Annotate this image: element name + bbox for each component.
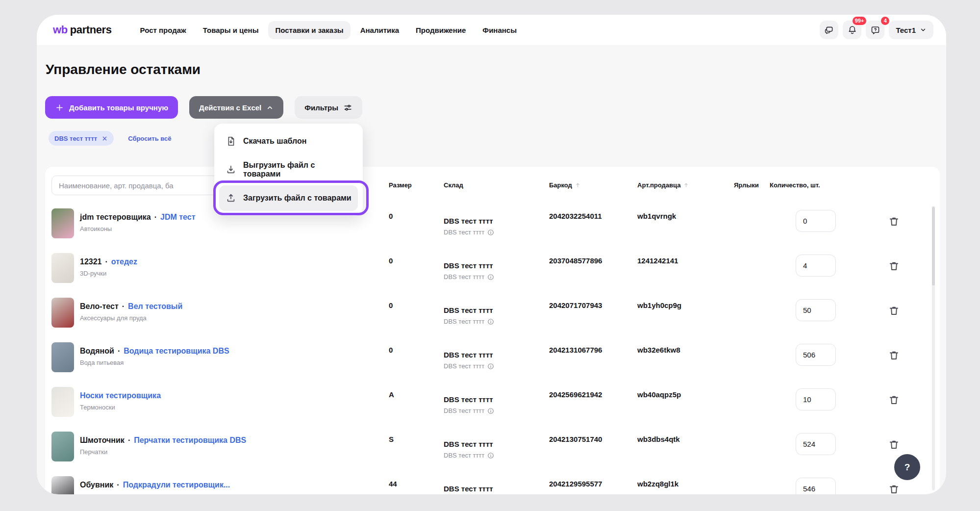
header-right-cluster: 99+ 4 Тест1 [820, 21, 933, 39]
filter-chip[interactable]: DBS тест тттт [49, 131, 114, 146]
warehouse-sub: DBS тест тттт [444, 273, 494, 281]
support-button[interactable]: 4 [866, 21, 884, 39]
table-row: ·Носки тестировщика Термоноски A DBS тес… [45, 384, 940, 429]
nav-item[interactable]: Продвижение [409, 21, 473, 39]
top-nav-bar: wbpartners Рост продаж Товары и цены Пос… [37, 15, 946, 45]
account-menu-button[interactable]: Тест1 [889, 21, 933, 39]
notifications-button[interactable]: 99+ [843, 21, 861, 39]
excel-menu-item[interactable]: Выгрузить файл с товарами [219, 157, 358, 182]
delete-row-button[interactable] [886, 214, 901, 229]
delete-row-button[interactable] [886, 258, 901, 273]
nav-item-label: Продвижение [416, 26, 466, 34]
delete-row-button[interactable] [886, 303, 901, 318]
trash-icon [888, 483, 900, 495]
product-image [51, 476, 74, 494]
barcode-cell: 2042129595577 [549, 480, 602, 488]
product-name-text: jdm тестеровщика [80, 213, 151, 221]
product-category: Автоиконы [80, 225, 112, 232]
quantity-input[interactable] [796, 478, 836, 494]
nav-item-label: Поставки и заказы [275, 26, 343, 34]
info-icon[interactable] [487, 318, 494, 325]
info-icon[interactable] [487, 229, 494, 236]
product-category: Ботинки [80, 493, 104, 494]
sort-asc-icon[interactable] [683, 182, 689, 188]
product-image [51, 432, 74, 461]
column-header-article[interactable]: Арт.продавца [637, 181, 689, 189]
info-icon[interactable] [487, 452, 494, 459]
nav-item[interactable]: Товары и цены [196, 21, 266, 39]
quantity-input[interactable] [796, 344, 836, 366]
product-link[interactable]: Носки тестировщика [80, 391, 161, 400]
table-row: jdm тестеровщика·JDM тест Автоиконы 0 DB… [45, 206, 940, 251]
excel-actions-button[interactable]: Действия с Excel [189, 96, 283, 119]
product-link[interactable]: Перчатки тестировщика DBS [134, 436, 246, 444]
nav-item[interactable]: Финансы [476, 21, 524, 39]
product-link[interactable]: отедez [111, 257, 137, 266]
info-icon[interactable] [487, 274, 494, 281]
chevron-down-icon [920, 26, 927, 33]
warehouse-sub: DBS тест тттт [444, 362, 494, 370]
chat-icon [824, 25, 834, 35]
barcode-cell: 2037048577896 [549, 256, 602, 265]
filter-chip-label: DBS тест тттт [54, 135, 97, 142]
info-icon[interactable] [487, 408, 494, 414]
warehouse-sub-text: DBS тест тттт [444, 407, 484, 414]
warehouse-sub-text: DBS тест тттт [444, 318, 484, 325]
product-name: ·Носки тестировщика [80, 391, 161, 400]
nav-item[interactable]: Рост продаж [133, 21, 193, 39]
messages-button[interactable] [820, 21, 838, 39]
filters-button[interactable]: Фильтры [295, 96, 362, 119]
file-download-icon [226, 136, 236, 147]
reset-filters-link[interactable]: Сбросить всё [128, 135, 171, 142]
article-cell: wb32e6tkw8 [637, 346, 680, 354]
close-icon[interactable] [101, 135, 108, 142]
page-title: Управление остатками [46, 62, 201, 77]
excel-menu-item[interactable]: Загрузить файл с товарами [219, 185, 358, 211]
add-products-button[interactable]: Добавить товары вручную [45, 96, 178, 119]
quantity-input[interactable] [796, 299, 836, 321]
warehouse-sub: DBS тест тттт [444, 229, 494, 236]
product-name: 12321·отедez [80, 257, 137, 266]
delete-row-button[interactable] [886, 482, 901, 494]
article-cell: wb3dbs4qtk [637, 435, 680, 443]
column-header-warehouse: Склад [444, 181, 463, 189]
product-link[interactable]: Водица тестировщика DBS [124, 347, 229, 355]
article-cell: wb1yh0cp9g [637, 301, 681, 309]
delete-row-button[interactable] [886, 348, 901, 362]
scrollbar-thumb[interactable] [932, 207, 935, 285]
help-fab-button[interactable]: ? [894, 454, 920, 480]
sort-asc-icon[interactable] [575, 182, 581, 188]
nav-item[interactable]: Поставки и заказы [268, 21, 350, 39]
logo-wb: wb [53, 24, 68, 36]
barcode-cell: 2042130751740 [549, 435, 602, 443]
info-icon[interactable] [487, 363, 494, 370]
quantity-input[interactable] [796, 210, 836, 232]
name-separator: · [122, 302, 125, 310]
quantity-input[interactable] [796, 433, 836, 455]
logo-partners: partners [70, 24, 112, 36]
help-bubble-icon [870, 25, 880, 35]
size-cell: A [389, 390, 394, 399]
add-products-label: Добавить товары вручную [69, 103, 168, 112]
delete-row-button[interactable] [886, 392, 901, 407]
trash-icon [888, 394, 900, 406]
product-link[interactable]: Подкрадули тестировщик... [123, 481, 230, 489]
product-link[interactable]: Вел тестовый [128, 302, 182, 310]
product-link[interactable]: JDM тест [160, 213, 195, 221]
quantity-input[interactable] [796, 255, 836, 277]
plus-icon [55, 103, 64, 112]
article-cell: wb40aqpz5p [637, 390, 681, 399]
excel-menu-item[interactable]: Скачать шаблон [219, 128, 358, 154]
article-cell: wb1qvrngk [637, 212, 676, 220]
column-header-barcode[interactable]: Баркод [549, 181, 581, 189]
scrollbar[interactable] [932, 206, 935, 490]
trash-icon [888, 305, 900, 317]
quantity-input[interactable] [796, 388, 836, 410]
wb-partners-logo[interactable]: wbpartners [53, 24, 112, 36]
delete-row-button[interactable] [886, 437, 901, 452]
nav-item-label: Финансы [482, 26, 517, 34]
nav-item[interactable]: Аналитика [353, 21, 406, 39]
warehouse-sub: DBS тест тттт [444, 407, 494, 414]
barcode-cell: 2042569621942 [549, 390, 602, 399]
size-cell: 44 [389, 480, 397, 488]
